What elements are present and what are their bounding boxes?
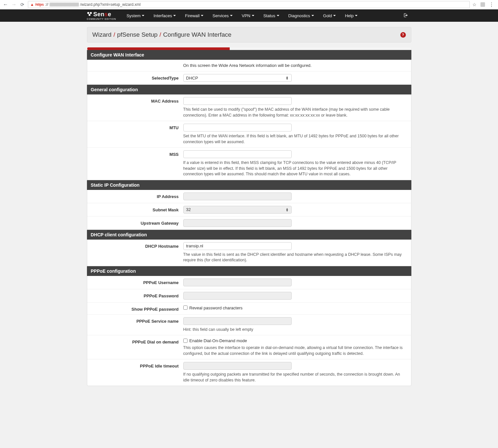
- menu-status[interactable]: Status: [259, 9, 284, 22]
- select-subnet-value: 32: [186, 207, 191, 212]
- main-menu: System Interfaces Firewall Services VPN …: [122, 9, 362, 22]
- help-mss: If a value is entered in this field, the…: [183, 160, 407, 177]
- input-pppoe-username: [183, 279, 292, 286]
- brand-name: Sense: [93, 11, 112, 17]
- checkbox-show-pppoe-password[interactable]: [183, 305, 188, 310]
- section-wan: On this screen the Wide Area Network inf…: [87, 60, 411, 85]
- menu-vpn[interactable]: VPN: [237, 9, 259, 22]
- wizard-progress-fill: [87, 47, 230, 50]
- label-pppoe-service: PPPoE Service name: [92, 317, 183, 324]
- section-header-general: General configuration: [87, 85, 411, 94]
- help-pppoe-dod: This option causes the interface to oper…: [183, 345, 407, 356]
- section-static: IP Address Subnet Mask 32 ▲▼ Upstream Ga…: [87, 190, 411, 230]
- label-pppoe-showpass: Show PPPoE password: [92, 305, 183, 312]
- insecure-icon: ▲: [30, 2, 34, 7]
- chevron-down-icon: [355, 15, 358, 16]
- input-pppoe-password: [183, 292, 292, 300]
- chevron-down-icon: [142, 15, 144, 16]
- select-selectedtype-value: DHCP: [186, 76, 198, 81]
- label-subnet: Subnet Mask: [92, 206, 183, 212]
- browser-menu-icon[interactable]: ⋮: [489, 2, 493, 8]
- svg-point-0: [87, 12, 89, 14]
- help-pppoe-idle: If no qualifying outgoing packets are tr…: [183, 372, 407, 383]
- menu-help[interactable]: Help: [340, 9, 362, 22]
- section-header-dhcp: DHCP client configuration: [87, 230, 411, 240]
- browser-forward-button[interactable]: →: [11, 2, 17, 7]
- label-pppoe-user: PPPoE Username: [92, 279, 183, 285]
- checkbox-pppoe-dod-label: Enable Dial-On-Demand mode: [189, 338, 247, 343]
- menu-firewall[interactable]: Firewall: [180, 9, 208, 22]
- checkbox-show-pppoe-password-label: Reveal password characters: [189, 305, 243, 310]
- select-subnet-mask: 32 ▲▼: [183, 206, 292, 214]
- input-dhcp-hostname[interactable]: [183, 242, 292, 250]
- chevron-down-icon: [333, 15, 336, 16]
- chevron-down-icon: [277, 15, 279, 16]
- label-mtu: MTU: [92, 124, 183, 130]
- label-gateway: Upstream Gateway: [92, 219, 183, 226]
- chevron-down-icon: [230, 15, 233, 16]
- help-mac: This field can be used to modify ("spoof…: [183, 107, 407, 118]
- menu-diagnostics[interactable]: Diagnostics: [284, 9, 319, 22]
- select-selectedtype[interactable]: DHCP ▲▼: [183, 74, 292, 82]
- label-mss: MSS: [92, 150, 183, 157]
- checkbox-pppoe-dod[interactable]: [183, 339, 188, 343]
- breadcrumb-setup[interactable]: pfSense Setup: [117, 31, 158, 38]
- url-protocol: https: [35, 2, 44, 7]
- menu-interfaces[interactable]: Interfaces: [149, 9, 180, 22]
- label-dhcp-hostname: DHCP Hostname: [92, 242, 183, 249]
- url-host-redacted: [50, 3, 79, 6]
- help-icon[interactable]: ?: [400, 32, 406, 38]
- help-dhcp-hostname: The value in this field is sent as the D…: [183, 252, 407, 263]
- breadcrumb-current: Configure WAN Interface: [163, 31, 232, 38]
- menu-services[interactable]: Services: [208, 9, 237, 22]
- input-pppoe-idle: [183, 362, 292, 370]
- section-header-pppoe: PPPoE configuration: [87, 266, 411, 276]
- help-mtu: Set the MTU of the WAN interface. If thi…: [183, 133, 407, 145]
- brand-subtitle: COMMUNITY EDITION: [87, 18, 116, 20]
- bookmark-star-icon[interactable]: ☆: [472, 2, 477, 7]
- chevron-down-icon: [311, 15, 314, 16]
- chevron-down-icon: [173, 15, 176, 16]
- browser-chrome: ← → ⟳ ▲ https :// /wizard.php?xml=setup_…: [0, 0, 498, 9]
- browser-back-button[interactable]: ←: [3, 2, 8, 7]
- label-selectedtype: SelectedType: [92, 74, 183, 81]
- input-ip-address: [183, 193, 292, 200]
- label-ip: IP Address: [92, 193, 183, 199]
- section-pppoe: PPPoE Username PPPoE Password Show PPPoE…: [87, 276, 411, 386]
- select-handle-icon: ▲▼: [286, 208, 289, 212]
- top-navbar: Sense COMMUNITY EDITION System Interface…: [0, 9, 498, 22]
- url-path: /wizard.php?xml=setup_wizard.xml: [80, 2, 140, 7]
- section-header-static: Static IP Configuration: [87, 180, 411, 190]
- brand-logo[interactable]: Sense COMMUNITY EDITION: [87, 11, 116, 20]
- wan-intro-text: On this screen the Wide Area Network inf…: [87, 60, 411, 71]
- input-mtu[interactable]: [183, 124, 292, 131]
- breadcrumb: Wizard / pfSense Setup / Configure WAN I…: [87, 27, 411, 43]
- input-mss[interactable]: [183, 150, 292, 158]
- section-header-wan: Configure WAN Interface: [87, 50, 411, 60]
- svg-point-2: [89, 14, 91, 16]
- select-handle-icon: ▲▼: [286, 76, 289, 80]
- input-pppoe-service: [183, 317, 292, 325]
- logout-icon[interactable]: [400, 13, 411, 19]
- menu-system[interactable]: System: [122, 9, 149, 22]
- help-pppoe-service: Hint: this field can usually be left emp…: [183, 327, 407, 333]
- section-dhcp: DHCP Hostname The value in this field is…: [87, 240, 411, 266]
- extension-icon[interactable]: [480, 2, 485, 7]
- browser-reload-button[interactable]: ⟳: [19, 2, 25, 7]
- svg-point-1: [90, 12, 92, 14]
- breadcrumb-wizard[interactable]: Wizard: [92, 31, 112, 38]
- chevron-down-icon: [201, 15, 203, 16]
- input-upstream-gateway: [183, 219, 292, 227]
- url-bar[interactable]: ▲ https :// /wizard.php?xml=setup_wizard…: [28, 1, 470, 8]
- label-pppoe-pass: PPPoE Password: [92, 292, 183, 298]
- label-pppoe-dod: PPPoE Dial on demand: [92, 338, 183, 344]
- input-mac-address[interactable]: [183, 97, 292, 105]
- cluster-icon: [87, 12, 93, 17]
- label-pppoe-idle: PPPoE Idle timeout: [92, 362, 183, 368]
- section-general: MAC Address This field can be used to mo…: [87, 94, 411, 180]
- menu-gold[interactable]: Gold: [319, 9, 340, 22]
- label-mac: MAC Address: [92, 97, 183, 104]
- chevron-down-icon: [252, 15, 254, 16]
